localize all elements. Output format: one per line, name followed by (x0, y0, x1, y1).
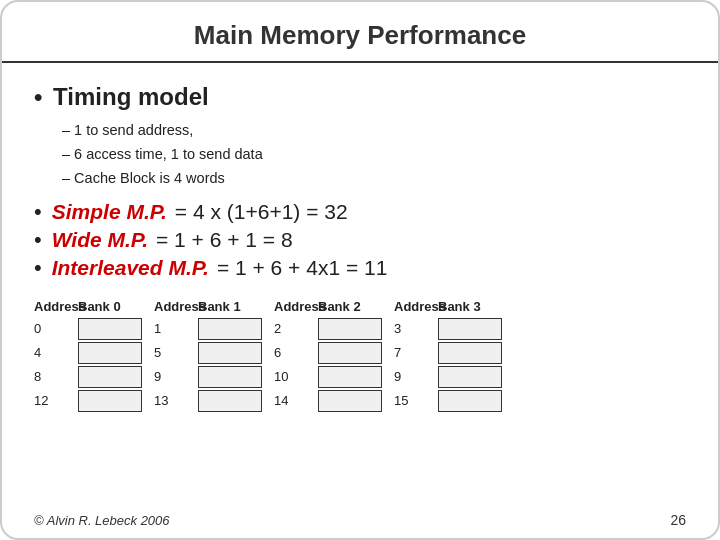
bank-cell-1-3 (198, 390, 262, 412)
bullet-dot: • (34, 83, 42, 110)
bank-header-name-0: Bank 0 (78, 299, 142, 314)
bank-header-row-2: AddressBank 2 (274, 299, 382, 314)
bank-addr-3-0: 3 (394, 321, 436, 336)
bank-cell-0-2 (78, 366, 142, 388)
bank-row-0-0: 0 (34, 318, 142, 340)
bank-group-1: AddressBank 115913 (154, 299, 262, 414)
bank-addr-1-2: 9 (154, 369, 196, 384)
bank-addr-2-3: 14 (274, 393, 316, 408)
bank-row-1-1: 5 (154, 342, 262, 364)
wide-mp-formula: = 1 + 6 + 1 = 8 (156, 228, 293, 252)
timing-label: Timing model (53, 83, 209, 110)
bank-header-name-2: Bank 2 (318, 299, 382, 314)
bank-addr-0-1: 4 (34, 345, 76, 360)
bank-cell-3-2 (438, 366, 502, 388)
bank-row-1-2: 9 (154, 366, 262, 388)
bank-group-0: AddressBank 004812 (34, 299, 142, 414)
bank-row-3-2: 9 (394, 366, 502, 388)
sub-bullets-list: 1 to send address, 6 access time, 1 to s… (62, 119, 686, 191)
slide: Main Memory Performance • Timing model 1… (0, 0, 720, 540)
bank-row-3-3: 15 (394, 390, 502, 412)
bank-header-name-1: Bank 1 (198, 299, 262, 314)
bank-cell-2-1 (318, 342, 382, 364)
slide-title: Main Memory Performance (194, 20, 526, 50)
section-heading: • Timing model (34, 83, 686, 111)
bank-cell-3-3 (438, 390, 502, 412)
bank-cell-1-0 (198, 318, 262, 340)
bank-header-name-3: Bank 3 (438, 299, 502, 314)
bank-addr-2-0: 2 (274, 321, 316, 336)
bank-cell-0-3 (78, 390, 142, 412)
bank-header-row-0: AddressBank 0 (34, 299, 142, 314)
main-bullet-1: • Simple M.P. = 4 x (1+6+1) = 32 (34, 199, 686, 225)
footer: © Alvin R. Lebeck 2006 26 (34, 512, 686, 528)
bank-addr-0-0: 0 (34, 321, 76, 336)
bank-addr-1-1: 5 (154, 345, 196, 360)
bank-cell-2-3 (318, 390, 382, 412)
content-area: • Timing model 1 to send address, 6 acce… (2, 75, 718, 414)
main-bullet-2: • Wide M.P. = 1 + 6 + 1 = 8 (34, 227, 686, 253)
bullet-dot-3: • (34, 255, 42, 281)
bank-cell-2-2 (318, 366, 382, 388)
page-number: 26 (670, 512, 686, 528)
bank-addr-3-3: 15 (394, 393, 436, 408)
bank-row-2-0: 2 (274, 318, 382, 340)
bank-addr-3-2: 9 (394, 369, 436, 384)
bank-header-addr-2: Address (274, 299, 316, 314)
bullet-dot-2: • (34, 227, 42, 253)
title-bar: Main Memory Performance (2, 2, 718, 63)
bank-row-1-0: 1 (154, 318, 262, 340)
bank-row-1-3: 13 (154, 390, 262, 412)
bank-row-0-1: 4 (34, 342, 142, 364)
bank-addr-1-0: 1 (154, 321, 196, 336)
bullet-dot-1: • (34, 199, 42, 225)
sub-bullet-2: 6 access time, 1 to send data (62, 143, 686, 167)
bank-addr-2-2: 10 (274, 369, 316, 384)
bank-row-0-3: 12 (34, 390, 142, 412)
bank-cell-3-0 (438, 318, 502, 340)
bank-addr-2-1: 6 (274, 345, 316, 360)
bank-row-0-2: 8 (34, 366, 142, 388)
bank-header-addr-0: Address (34, 299, 76, 314)
wide-mp-label: Wide M.P. (52, 228, 148, 252)
bank-row-3-1: 7 (394, 342, 502, 364)
bank-row-3-0: 3 (394, 318, 502, 340)
main-bullet-3: • Interleaved M.P. = 1 + 6 + 4x1 = 11 (34, 255, 686, 281)
interleaved-mp-formula: = 1 + 6 + 4x1 = 11 (217, 256, 387, 280)
simple-mp-formula: = 4 x (1+6+1) = 32 (175, 200, 348, 224)
bank-row-2-2: 10 (274, 366, 382, 388)
banks-diagram: AddressBank 004812AddressBank 115913Addr… (34, 299, 686, 414)
sub-bullet-1: 1 to send address, (62, 119, 686, 143)
bank-header-row-3: AddressBank 3 (394, 299, 502, 314)
bank-row-2-3: 14 (274, 390, 382, 412)
bank-row-2-1: 6 (274, 342, 382, 364)
main-bullets-list: • Simple M.P. = 4 x (1+6+1) = 32 • Wide … (34, 199, 686, 281)
interleaved-mp-label: Interleaved M.P. (52, 256, 209, 280)
bank-header-row-1: AddressBank 1 (154, 299, 262, 314)
bank-cell-1-1 (198, 342, 262, 364)
bank-group-2: AddressBank 2261014 (274, 299, 382, 414)
bank-group-3: AddressBank 337915 (394, 299, 502, 414)
bank-cell-0-0 (78, 318, 142, 340)
bank-addr-3-1: 7 (394, 345, 436, 360)
bank-header-addr-1: Address (154, 299, 196, 314)
bank-addr-1-3: 13 (154, 393, 196, 408)
bank-addr-0-3: 12 (34, 393, 76, 408)
bank-cell-3-1 (438, 342, 502, 364)
sub-bullet-3: Cache Block is 4 words (62, 167, 686, 191)
bank-header-addr-3: Address (394, 299, 436, 314)
bank-cell-2-0 (318, 318, 382, 340)
bank-addr-0-2: 8 (34, 369, 76, 384)
simple-mp-label: Simple M.P. (52, 200, 167, 224)
bank-cell-1-2 (198, 366, 262, 388)
bank-cell-0-1 (78, 342, 142, 364)
copyright-text: © Alvin R. Lebeck 2006 (34, 513, 170, 528)
